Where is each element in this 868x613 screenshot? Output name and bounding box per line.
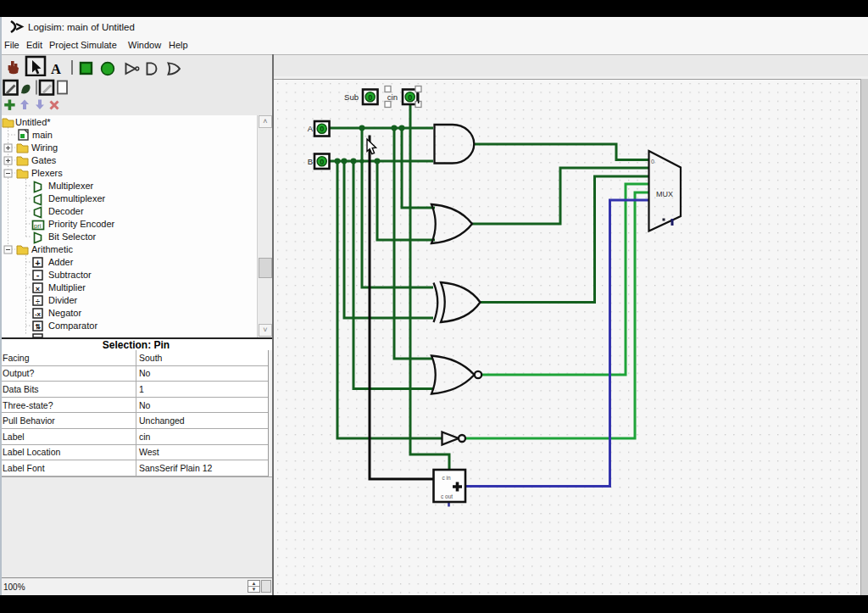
svg-text:c out: c out: [441, 493, 453, 499]
svg-text:c in: c in: [442, 475, 452, 481]
svg-text:A: A: [308, 124, 314, 133]
svg-text:0: 0: [651, 159, 654, 164]
svg-text:0: 0: [320, 158, 324, 166]
svg-text:-x: -x: [35, 310, 42, 318]
svg-text:÷: ÷: [36, 298, 40, 306]
svg-text:0: 0: [408, 93, 412, 102]
svg-text:B: B: [308, 157, 313, 166]
svg-text:0: 0: [368, 93, 372, 102]
svg-text:pri: pri: [34, 222, 42, 230]
svg-text:A: A: [51, 61, 61, 77]
svg-text:MUX: MUX: [656, 190, 673, 198]
svg-text:⇅: ⇅: [35, 323, 41, 331]
svg-text:0: 0: [320, 125, 324, 133]
svg-text:-: -: [36, 270, 40, 280]
svg-text:×: ×: [36, 285, 40, 293]
svg-text:cin: cin: [387, 92, 398, 102]
svg-text:Sub: Sub: [344, 92, 359, 102]
svg-text:+: +: [35, 258, 40, 268]
